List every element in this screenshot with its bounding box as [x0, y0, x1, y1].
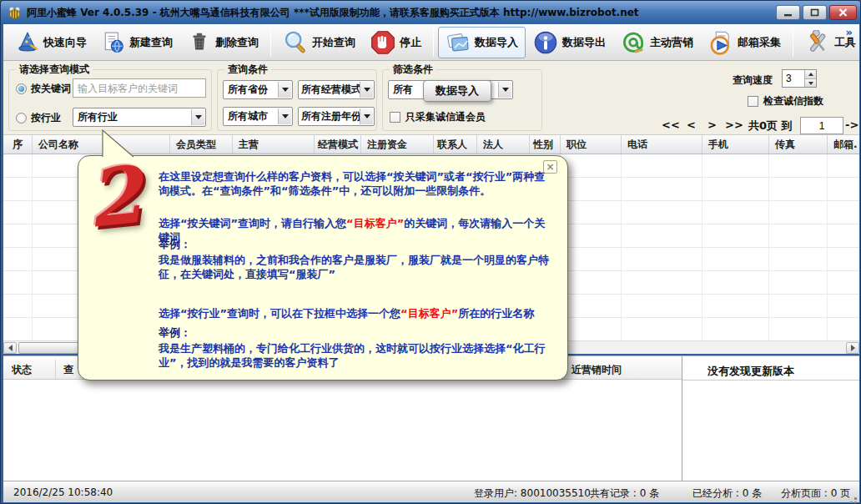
scroll-right-button[interactable]	[846, 342, 859, 354]
column-divider	[55, 360, 56, 380]
industry-select[interactable]: 所有行业	[73, 108, 206, 127]
spinner-down-button[interactable]	[805, 78, 816, 87]
marketing-button[interactable]: 主动营销	[613, 27, 701, 58]
column-header[interactable]: 手机	[702, 135, 769, 154]
column-header[interactable]: 邮箱.	[828, 135, 859, 154]
balloon-paragraph: 我是生产塑料桶的，专门给化工行业供货的，这时就可以按行业选择选择“化工行业”，找…	[159, 341, 554, 370]
go-page-button[interactable]: ->	[845, 118, 858, 131]
last-page-button[interactable]: >>	[725, 118, 743, 131]
dropdown-arrow-button[interactable]	[360, 82, 373, 98]
column-header[interactable]: 状态	[12, 360, 32, 380]
query-speed-stepper[interactable]	[782, 69, 817, 88]
table-column	[3, 154, 33, 340]
chevron-down-icon	[282, 88, 289, 92]
business-mode-select[interactable]: 所有经营模式	[298, 80, 375, 99]
data-import-button[interactable]: 数据导入	[438, 27, 526, 58]
reg-year-select[interactable]: 所有注册年份	[298, 107, 375, 126]
next-page-button[interactable]: >	[707, 118, 717, 131]
minimize-button[interactable]	[776, 5, 800, 20]
city-select[interactable]: 所有城市	[223, 107, 293, 126]
province-select[interactable]: 所有省份	[223, 80, 293, 99]
city-select-value: 所有城市	[228, 109, 268, 123]
column-header[interactable]: 性别	[530, 135, 561, 154]
delete-query-icon	[188, 31, 211, 54]
column-header[interactable]: 近营销时间	[571, 360, 622, 380]
table-column	[622, 154, 702, 340]
column-header[interactable]: 传真	[769, 135, 828, 154]
dropdown-arrow-button[interactable]	[360, 108, 373, 124]
column-header[interactable]: 主营	[233, 135, 315, 154]
industry-radio[interactable]	[16, 113, 27, 123]
credit-index-checkbox-label: 检查诚信指数	[763, 94, 823, 108]
balloon-highlight-text: “目标客户”	[346, 217, 404, 229]
column-header[interactable]: 法人	[477, 135, 530, 154]
balloon-text: 所在的行业名称	[458, 307, 534, 320]
email-collect-button[interactable]: 邮箱采集	[701, 27, 788, 58]
toolbar-separator	[433, 28, 434, 57]
chevron-down-icon	[364, 88, 370, 92]
new-query-button[interactable]: 新建查询	[94, 28, 180, 58]
stop-icon	[370, 30, 395, 55]
column-header[interactable]: 经营模式	[315, 135, 361, 154]
app-window: 阿里小蜜蜂 Ver 4.0.5.39 - 杭州大嘴鸟通信科技有限公司 ***试用…	[0, 0, 861, 504]
column-header[interactable]: 会员类型	[170, 135, 233, 154]
quick-wizard-button[interactable]: 快速向导	[8, 28, 94, 58]
column-header[interactable]: 联系人	[434, 135, 477, 154]
restore-icon	[810, 8, 819, 17]
chevron-down-icon	[282, 114, 289, 118]
dropdown-arrow-button[interactable]	[191, 109, 204, 125]
main-toolbar: 快速向导 新建查询 删除查询	[3, 24, 859, 61]
scroll-left-button[interactable]	[3, 342, 17, 354]
member-type-select-value: 所有	[393, 83, 413, 97]
toolbar-overflow-chevron[interactable]: »	[846, 26, 853, 38]
keyword-radio[interactable]	[16, 83, 27, 94]
window-title: 阿里小蜜蜂 Ver 4.0.5.39 - 杭州大嘴鸟通信科技有限公司 ***试用…	[27, 6, 639, 20]
close-button[interactable]	[829, 5, 857, 20]
statusbar-datetime: 2016/2/25 10:58:40	[13, 486, 113, 498]
toolbar-button-label: 开始查询	[312, 35, 355, 50]
tools-icon	[805, 30, 830, 55]
dropdown-arrow-button[interactable]	[498, 82, 511, 98]
toolbar-separator	[270, 28, 271, 57]
window-controls	[776, 5, 857, 20]
balloon-paragraph: 在这里设定想查询什么样的客户资料，可以选择“按关键词”或者“按行业”两种查询模式…	[159, 169, 554, 198]
query-mode-group: 请选择查询模式 按关键词 按行业 所有行业	[8, 69, 212, 131]
column-header[interactable]: 序	[3, 135, 33, 154]
email-collect-icon	[708, 30, 733, 55]
query-speed-input[interactable]	[783, 70, 804, 87]
keyword-input[interactable]	[73, 78, 206, 98]
credit-index-checkbox[interactable]	[748, 96, 758, 107]
column-header[interactable]: 职位	[561, 135, 622, 154]
industry-radio-label: 按行业	[31, 111, 61, 125]
table-column	[561, 154, 622, 340]
column-header[interactable]: 注册资金	[361, 135, 434, 154]
column-header[interactable]: 电话	[622, 135, 702, 154]
chevron-down-icon	[364, 114, 370, 118]
new-query-icon	[102, 31, 125, 54]
stop-button[interactable]: 停止	[363, 27, 429, 58]
update-panel: 没有发现更新版本	[682, 356, 859, 481]
dropdown-arrow-button[interactable]	[278, 108, 291, 124]
cxt-member-checkbox[interactable]	[390, 112, 400, 123]
toolbar-button-label: 停止	[400, 35, 421, 50]
data-export-button[interactable]: 数据导出	[526, 27, 613, 58]
prev-page-button[interactable]: <	[687, 118, 696, 131]
restore-button[interactable]	[803, 5, 827, 20]
spinner-up-button[interactable]	[805, 70, 816, 78]
titlebar[interactable]: 阿里小蜜蜂 Ver 4.0.5.39 - 杭州大嘴鸟通信科技有限公司 ***试用…	[1, 1, 860, 24]
delete-query-button[interactable]: 删除查询	[180, 28, 266, 58]
data-import-icon	[446, 30, 471, 55]
divider	[682, 380, 859, 381]
balloon-highlight-text: “目标客户”	[400, 307, 458, 320]
help-balloon: × 2 在这里设定想查询什么样的客户资料，可以选择“按关键词”或者“按行业”两种…	[78, 155, 568, 381]
start-query-button[interactable]: 开始查询	[275, 27, 363, 58]
column-header[interactable]: 查	[63, 360, 73, 380]
first-page-button[interactable]: <<	[662, 118, 680, 131]
toolbar-button-label: 数据导出	[562, 35, 606, 50]
page-number-input[interactable]	[800, 117, 843, 134]
industry-select-value: 所有行业	[78, 110, 118, 124]
dropdown-arrow-button[interactable]	[278, 82, 291, 98]
resize-grip[interactable]	[854, 497, 857, 500]
minimize-icon	[783, 9, 793, 17]
data-export-icon	[533, 30, 558, 55]
